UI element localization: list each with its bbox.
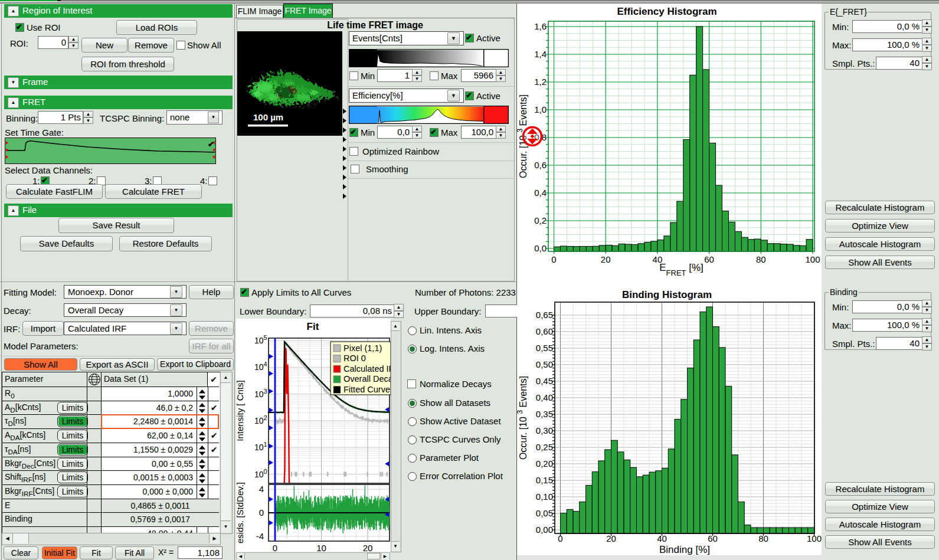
- svg-text:Binding Histogram: Binding Histogram: [622, 289, 712, 300]
- svg-text:0,15: 0,15: [536, 475, 553, 485]
- svg-text:Binding [%]: Binding [%]: [659, 544, 710, 555]
- svg-text:0,00: 0,00: [536, 525, 553, 535]
- svg-text:Fit: Fit: [307, 321, 319, 332]
- svg-text:Pixel (1,1): Pixel (1,1): [343, 343, 382, 353]
- svg-text:0,2: 0,2: [534, 215, 547, 225]
- svg-text:-4: -4: [256, 531, 264, 541]
- svg-text:0,35: 0,35: [536, 409, 553, 419]
- svg-text:20: 20: [363, 543, 373, 552]
- svg-text:0,40: 0,40: [536, 392, 553, 402]
- svg-text:EFRET [%]: EFRET [%]: [659, 262, 704, 277]
- svg-text:80: 80: [756, 254, 766, 264]
- svg-text:Calculated IRF: Calculated IRF: [343, 364, 391, 374]
- svg-text:0,65: 0,65: [536, 310, 553, 320]
- svg-text:100 µm: 100 µm: [253, 112, 283, 122]
- svg-text:Efficiency Histogram: Efficiency Histogram: [617, 6, 716, 17]
- svg-text:20: 20: [601, 254, 611, 264]
- svg-text:0: 0: [551, 254, 556, 264]
- svg-text:ROI 0: ROI 0: [343, 353, 366, 363]
- svg-text:0,25: 0,25: [536, 442, 553, 452]
- svg-text:0,55: 0,55: [536, 343, 553, 353]
- svg-text:0,45: 0,45: [536, 376, 553, 386]
- svg-text:0,6: 0,6: [534, 160, 547, 170]
- svg-text:1,2: 1,2: [534, 77, 547, 87]
- svg-text:✔: ✔: [208, 140, 214, 149]
- svg-text:0: 0: [273, 543, 277, 552]
- svg-text:Intensity [ Cnts]: Intensity [ Cnts]: [236, 380, 245, 441]
- svg-text:Occur. [10 3 Events]: Occur. [10 3 Events]: [517, 376, 528, 460]
- svg-text:4: 4: [259, 484, 264, 494]
- svg-text:0,50: 0,50: [536, 359, 553, 369]
- svg-text:0,60: 0,60: [536, 326, 553, 336]
- svg-text:0,4: 0,4: [534, 188, 547, 198]
- svg-text:1,6: 1,6: [534, 21, 547, 31]
- svg-text:1,4: 1,4: [534, 49, 547, 59]
- svg-text:10: 10: [316, 543, 326, 552]
- svg-text:0,0: 0,0: [534, 243, 547, 253]
- svg-text:0,20: 0,20: [536, 459, 553, 469]
- svg-text:0,05: 0,05: [536, 508, 553, 518]
- svg-text:100: 100: [805, 254, 820, 264]
- svg-text:0,30: 0,30: [536, 425, 553, 435]
- svg-text:Fitted Curve: Fitted Curve: [343, 385, 390, 394]
- svg-text:1,0: 1,0: [534, 104, 547, 114]
- svg-text:0: 0: [259, 507, 264, 518]
- svg-text:Overall Decay: Overall Decay: [343, 374, 391, 384]
- svg-text:60: 60: [704, 254, 714, 264]
- svg-text:0,10: 0,10: [536, 492, 553, 502]
- svg-text:esids. [StdDev.]: esids. [StdDev.]: [236, 482, 245, 543]
